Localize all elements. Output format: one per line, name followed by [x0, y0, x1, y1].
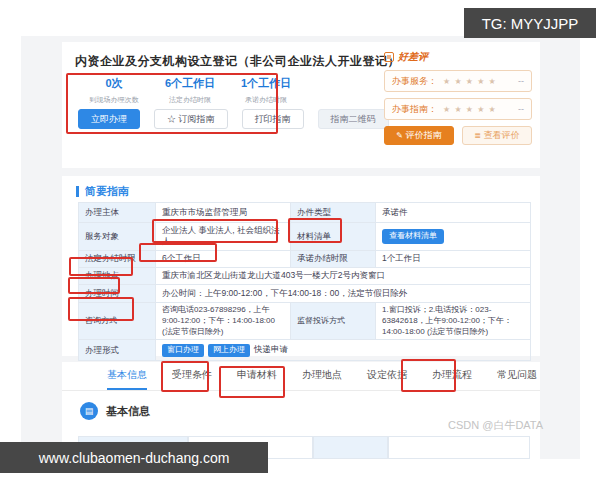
tab-faq[interactable]: 常见问题 [497, 362, 537, 390]
service-stats: 0次 到现场办理次数 6个工作日 法定办结时限 1个工作日 承诺办结时限 [78, 76, 306, 105]
cell-value: 承诺件 [376, 203, 531, 223]
cell-value: 窗口办理网上办理快递申请 [156, 340, 531, 361]
basic-info-header: ▤ 基本信息 [80, 402, 150, 420]
subscribe-guide-label: 订阅指南 [179, 114, 215, 124]
cell-value: 6个工作日 [156, 250, 291, 267]
rating-buttons: ✎评价指南 ≣查看评价 [384, 126, 532, 145]
guide-qrcode-button[interactable]: 指南二维码 [318, 109, 389, 129]
star-icon: ☆ [167, 114, 176, 124]
cell-value: 1.窗口投诉；2.电话投诉：023-63842618，上午9:00-12:00；… [376, 302, 531, 339]
cell-label: 法定办结时限 [79, 250, 156, 267]
cell-label: 办件类型 [291, 203, 376, 223]
stat-value: 0次 [78, 76, 150, 91]
table-row: 办理时间 办公时间：上午9:00-12:00，下午14:00-18：00，法定节… [79, 284, 531, 302]
tab-acceptance-conditions[interactable]: 受理条件 [172, 362, 212, 390]
cell-label: 办理地点 [79, 267, 156, 284]
cell-value: 办公时间：上午9:00-12:00，下午14:00-18：00，法定节假日除外 [156, 284, 531, 302]
view-ratings-label: 查看评价 [484, 130, 520, 140]
service-buttons: 立即办理 ☆ 订阅指南 打印指南 指南二维码 [78, 109, 403, 129]
rate-guide-button[interactable]: ✎评价指南 [384, 126, 454, 145]
rating-value: -- [518, 76, 524, 86]
cell-label: 材料清单 [291, 223, 376, 251]
stat-label: 法定办结时限 [154, 95, 226, 105]
view-material-list-button[interactable]: 查看材料清单 [382, 229, 444, 244]
brief-guide-card: 简要指南 办理主体 重庆市市场监督管理局 办件类型 承诺件 服务对象 企业法人 … [62, 176, 540, 356]
view-ratings-button[interactable]: ≣查看评价 [462, 126, 532, 145]
cell-label: 服务对象 [79, 223, 156, 251]
section-title: 简要指南 [85, 184, 129, 199]
star-rating-icons[interactable]: ★ ★ ★ ★ ★ [443, 77, 497, 86]
cell-label: 承诺办结时限 [291, 250, 376, 267]
stat-label: 承诺办结时限 [230, 95, 302, 105]
cell-value: 1个工作日 [376, 250, 531, 267]
apply-now-button[interactable]: 立即办理 [78, 109, 140, 129]
rating-row-guide: 办事指南： ★ ★ ★ ★ ★ -- [384, 98, 532, 120]
page-title: 内资企业及分支机构设立登记（非公司企业法人开业登记） [75, 53, 400, 70]
table-row: 咨询方式 咨询电话023-67898296，上午9:00-12:00；下午：14… [79, 302, 531, 339]
stat-promised-limit: 1个工作日 承诺办结时限 [230, 76, 302, 105]
subscribe-guide-button[interactable]: ☆ 订阅指南 [154, 109, 228, 129]
guide-table: 办理主体 重庆市市场监督管理局 办件类型 承诺件 服务对象 企业法人 事业法人,… [78, 202, 531, 361]
cell-value: 重庆市渝北区龙山街道龙山大道403号一楼大厅2号内资窗口 [156, 267, 531, 284]
tab-handling-location[interactable]: 办理地点 [302, 362, 342, 390]
document-icon: ▤ [80, 402, 98, 420]
cell-label: 咨询方式 [79, 302, 156, 339]
rating-panel: 好差评 办事服务： ★ ★ ★ ★ ★ -- 办事指南： ★ ★ ★ ★ ★ -… [384, 50, 532, 145]
table-row: 办理形式 窗口办理网上办理快递申请 [79, 340, 531, 361]
page: 内资企业及分支机构设立登记（非公司企业法人开业登记） 0次 到现场办理次数 6个… [0, 0, 600, 480]
tab-bar: 基本信息 受理条件 申请材料 办理地点 设定依据 办理流程 常见问题 [62, 362, 540, 391]
cell-value: 查看材料清单 [376, 223, 531, 251]
table-row: 服务对象 企业法人 事业法人, 社会组织法人 材料清单 查看材料清单 [79, 223, 531, 251]
tab-handling-process[interactable]: 办理流程 [432, 362, 472, 390]
cell-value: 重庆市市场监督管理局 [156, 203, 291, 223]
tg-watermark-badge: TG: MYYJJPP [464, 8, 596, 38]
table-row: 办理主体 重庆市市场监督管理局 办件类型 承诺件 [79, 203, 531, 223]
basic-info-title: 基本信息 [106, 404, 150, 419]
table-header-cell [313, 436, 388, 459]
stat-value: 1个工作日 [230, 76, 302, 91]
rating-icon [384, 52, 394, 62]
stat-label: 到现场办理次数 [78, 95, 150, 105]
cell-value: 企业法人 事业法人, 社会组织法人 [156, 223, 291, 251]
tab-application-materials[interactable]: 申请材料 [237, 362, 277, 390]
edit-icon: ✎ [396, 131, 403, 140]
cell-label: 监督投诉方式 [291, 302, 376, 339]
rate-guide-label: 评价指南 [406, 130, 442, 140]
stat-visits: 0次 到现场办理次数 [78, 76, 150, 105]
stat-legal-limit: 6个工作日 法定办结时限 [154, 76, 226, 105]
tab-basic-info[interactable]: 基本信息 [107, 362, 147, 390]
stat-value: 6个工作日 [154, 76, 226, 91]
section-header: 简要指南 [76, 184, 129, 199]
rating-label: 办事服务： [392, 75, 437, 88]
online-service-badge[interactable]: 网上办理 [208, 344, 250, 357]
print-guide-button[interactable]: 打印指南 [242, 109, 304, 129]
cell-label: 办理主体 [79, 203, 156, 223]
cell-label: 办理形式 [79, 340, 156, 361]
rating-row-service: 办事服务： ★ ★ ★ ★ ★ -- [384, 70, 532, 92]
table-row: 法定办结时限 6个工作日 承诺办结时限 1个工作日 [79, 250, 531, 267]
section-bar [76, 186, 79, 197]
csdn-watermark: CSDN @白牛DATA [448, 418, 543, 433]
table-cell [388, 436, 530, 459]
rating-panel-header: 好差评 [384, 50, 532, 64]
list-icon: ≣ [474, 131, 481, 140]
window-service-badge[interactable]: 窗口办理 [162, 344, 204, 357]
rating-value: -- [518, 104, 524, 114]
rating-label: 办事指南： [392, 103, 437, 116]
table-row: 办理地点 重庆市渝北区龙山街道龙山大道403号一楼大厅2号内资窗口 [79, 267, 531, 284]
service-header-card: 内资企业及分支机构设立登记（非公司企业法人开业登记） 0次 到现场办理次数 6个… [62, 42, 540, 168]
rating-title: 好差评 [398, 50, 428, 64]
cell-label: 办理时间 [79, 284, 156, 302]
star-rating-icons[interactable]: ★ ★ ★ ★ ★ [443, 105, 497, 114]
express-apply-label: 快递申请 [254, 344, 288, 354]
cell-value: 咨询电话023-67898296，上午9:00-12:00；下午：14:00-1… [156, 302, 291, 339]
url-watermark-badge: www.clubaomen-duchang.com [0, 442, 268, 473]
tab-setting-basis[interactable]: 设定依据 [367, 362, 407, 390]
